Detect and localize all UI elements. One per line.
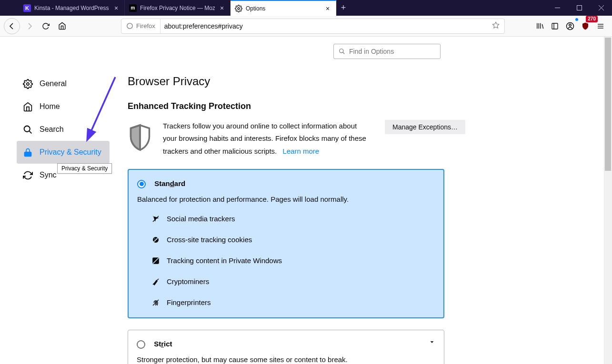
browser-tab-options[interactable]: Options ×	[231, 0, 336, 16]
option-description: Stronger protection, but may cause some …	[137, 355, 434, 364]
sidebar-item-privacy[interactable]: Privacy & Security	[17, 141, 110, 164]
sidebar-label: Home	[40, 102, 60, 111]
svg-point-18	[26, 82, 29, 85]
svg-point-22	[340, 49, 343, 53]
cookie-icon	[151, 236, 160, 244]
home-button[interactable]	[54, 19, 70, 34]
forward-button[interactable]	[22, 19, 37, 34]
svg-line-23	[343, 52, 345, 54]
close-tab-icon[interactable]: ×	[324, 5, 331, 12]
minimize-button[interactable]	[546, 0, 568, 16]
feature-item: Tracking content in Private Windows	[151, 256, 434, 265]
radio-unselected-icon[interactable]	[137, 340, 145, 349]
sidebar-label: Privacy & Security	[40, 148, 101, 157]
social-trackers-icon	[151, 215, 160, 223]
svg-point-14	[569, 24, 572, 26]
favicon-mozilla: m	[129, 4, 137, 12]
etp-description-row: Trackers follow you around online to col…	[128, 120, 612, 157]
url-bar[interactable]: Firefox about:preferences#privacy	[121, 19, 505, 34]
new-tab-button[interactable]: +	[336, 0, 351, 16]
url-text: about:preferences#privacy	[161, 22, 487, 30]
page-title: Browser Privacy	[128, 75, 612, 88]
lock-icon	[22, 148, 33, 157]
scrollbar-thumb[interactable]	[605, 38, 611, 171]
sync-icon	[22, 170, 33, 180]
svg-point-0	[238, 8, 240, 10]
search-icon	[22, 125, 33, 135]
feature-list: Social media trackers Cross-site trackin…	[151, 215, 434, 307]
tab-strip: K Kinsta - Managed WordPress Hosting × m…	[0, 0, 351, 16]
navigation-toolbar: Firefox about:preferences#privacy 270	[0, 16, 612, 37]
home-icon	[22, 102, 33, 112]
tracking-option-standard[interactable]: Standard Balanced for protection and per…	[128, 169, 444, 318]
svg-line-20	[29, 131, 31, 133]
favicon-kinsta: K	[23, 4, 31, 12]
find-placeholder: Find in Options	[349, 48, 394, 55]
feature-item: Fingerprinters	[151, 298, 434, 307]
sidebar-item-home[interactable]: Home	[17, 95, 110, 118]
svg-point-5	[127, 23, 132, 29]
identity-label: Firefox	[136, 22, 155, 30]
identity-box[interactable]: Firefox	[121, 19, 161, 33]
find-in-options-input[interactable]: Find in Options	[333, 44, 441, 59]
close-tab-icon[interactable]: ×	[112, 4, 120, 12]
browser-tab-kinsta[interactable]: K Kinsta - Managed WordPress Hosting ×	[19, 0, 125, 16]
tooltip: Privacy & Security	[57, 163, 112, 174]
gear-icon	[235, 5, 242, 12]
gear-icon	[22, 79, 33, 89]
cryptominer-icon	[151, 277, 160, 286]
fingerprint-icon	[151, 298, 160, 307]
tracking-content-icon	[151, 256, 160, 265]
sidebar-item-search[interactable]: Search	[17, 118, 110, 141]
scrollbar-track[interactable]	[604, 37, 612, 364]
chevron-down-icon[interactable]	[429, 339, 435, 347]
sidebar-label: Sync	[40, 171, 57, 179]
shield-icon	[128, 123, 152, 152]
etp-description: Trackers follow you around online to col…	[163, 120, 368, 157]
close-window-button[interactable]	[590, 0, 612, 16]
learn-more-link[interactable]: Learn more	[282, 147, 319, 155]
feature-item: Cryptominers	[151, 277, 434, 286]
svg-line-10	[542, 24, 543, 29]
browser-tab-mozilla[interactable]: m Firefox Privacy Notice — Mozilla ×	[125, 0, 231, 16]
tab-label: Kinsta - Managed WordPress Hosting	[34, 5, 109, 11]
feature-item: Cross-site tracking cookies	[151, 236, 434, 244]
window-controls	[546, 0, 612, 16]
tracking-option-strict[interactable]: Strict Stronger protection, but may caus…	[128, 330, 444, 364]
svg-rect-21	[24, 152, 31, 156]
search-icon	[339, 48, 345, 55]
sidebar-label: General	[40, 79, 67, 88]
svg-point-26	[154, 238, 155, 239]
manage-exceptions-button[interactable]: Manage Exceptions…	[385, 120, 465, 134]
radio-selected-icon[interactable]	[137, 180, 146, 188]
sidebar-toggle-button[interactable]	[547, 19, 562, 34]
svg-rect-11	[552, 23, 558, 29]
account-button[interactable]	[562, 19, 578, 34]
section-title: Enhanced Tracking Protection	[128, 101, 612, 111]
back-button[interactable]	[4, 18, 20, 34]
sidebar-item-general[interactable]: General	[17, 72, 110, 95]
badge-count: 270	[586, 16, 598, 22]
categories-sidebar: General Home Search Privacy & Security S…	[0, 37, 110, 364]
option-title: Strict	[154, 340, 172, 348]
sidebar-label: Search	[40, 125, 64, 134]
window-titlebar: K Kinsta - Managed WordPress Hosting × m…	[0, 0, 612, 16]
library-button[interactable]	[532, 19, 547, 34]
tab-label: Options	[246, 5, 321, 12]
main-content: Find in Options Browser Privacy Enhanced…	[110, 37, 612, 364]
reload-button[interactable]	[38, 19, 53, 34]
option-description: Balanced for protection and performance.…	[137, 195, 434, 203]
tab-label: Firefox Privacy Notice — Mozilla	[140, 5, 215, 11]
firefox-logo-icon	[126, 22, 133, 30]
option-title: Standard	[154, 179, 185, 187]
svg-marker-6	[492, 22, 499, 28]
close-tab-icon[interactable]: ×	[218, 4, 226, 12]
bookmark-star-icon[interactable]	[487, 21, 504, 31]
maximize-button[interactable]	[568, 0, 590, 16]
svg-rect-2	[577, 6, 582, 10]
preferences-page: General Home Search Privacy & Security S…	[0, 37, 612, 364]
ublock-button[interactable]: 270	[578, 19, 593, 34]
svg-point-19	[24, 126, 30, 131]
feature-item: Social media trackers	[151, 215, 434, 223]
